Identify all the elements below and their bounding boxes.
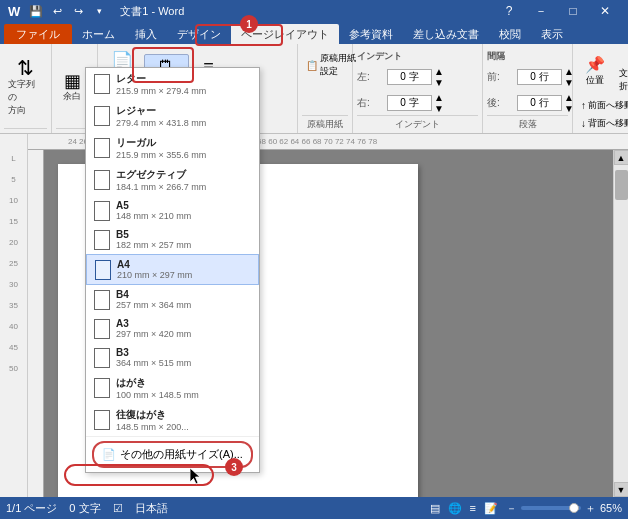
zoom-in-btn[interactable]: ＋ xyxy=(585,501,596,516)
scroll-thumb[interactable] xyxy=(615,170,628,200)
indent-group-label: インデント xyxy=(357,115,478,133)
dropdown-item-b3[interactable]: B3 364 mm × 515 mm xyxy=(86,343,259,372)
tab-review[interactable]: 校閲 xyxy=(489,24,531,44)
a3-paper-icon xyxy=(94,319,110,339)
indent-right-row: 右: ▲▼ xyxy=(357,91,444,115)
a5-paper-icon xyxy=(94,201,110,221)
word-count: 0 文字 xyxy=(69,501,100,516)
other-sizes-icon: 📄 xyxy=(102,448,116,461)
bring-forward-btn[interactable]: ↑ 前面へ移動 ▾ xyxy=(577,97,628,114)
indent-right-input[interactable] xyxy=(387,95,432,111)
ruler-vertical xyxy=(28,150,44,497)
margins-btn[interactable]: ▦ 余白 xyxy=(56,70,88,105)
ofuku-paper-icon xyxy=(94,410,110,430)
view-normal-icon[interactable]: ▤ xyxy=(430,502,440,515)
size-dropdown: レター 215.9 mm × 279.4 mm レジャー 279.4 mm × … xyxy=(85,67,260,473)
b5-paper-icon xyxy=(94,230,110,250)
tab-home[interactable]: ホーム xyxy=(72,24,125,44)
dropdown-item-leger[interactable]: レジャー 279.4 mm × 431.8 mm xyxy=(86,100,259,132)
language: 日本語 xyxy=(135,501,168,516)
send-backward-icon: ↓ xyxy=(581,118,586,129)
tab-references[interactable]: 参考資料 xyxy=(339,24,403,44)
customize-quick-btn[interactable]: ▾ xyxy=(90,2,108,20)
ribbon-group-arrange: 📌 位置 ⬚ 文字列の折り返し ↑ 前面へ移動 ▾ ↓ 背面へ移動 ▾ xyxy=(573,44,628,133)
zoom-out-btn[interactable]: － xyxy=(506,501,517,516)
help-btn[interactable]: ? xyxy=(494,1,524,21)
ribbon-group-text-direction: ⇅ 文字列の方向 xyxy=(0,44,52,133)
executive-paper-icon xyxy=(94,170,110,190)
tab-design[interactable]: デザイン xyxy=(167,24,231,44)
ribbon-group-spacing: 間隔 前: ▲▼ 後: ▲▼ 段落 xyxy=(483,44,573,133)
vertical-scrollbar[interactable]: ▲ ▼ xyxy=(613,150,628,497)
undo-quick-btn[interactable]: ↩ xyxy=(48,2,66,20)
annotation-1: 1 xyxy=(240,15,258,33)
dropdown-item-legal[interactable]: リーガル 215.9 mm × 355.6 mm xyxy=(86,132,259,164)
genkou-settings-btn[interactable]: 📋 原稿用紙設定 xyxy=(302,50,360,80)
tab-insert[interactable]: 挿入 xyxy=(125,24,167,44)
indent-right-arrow[interactable]: ▲▼ xyxy=(434,92,444,114)
position-icon: 📌 xyxy=(585,55,605,74)
legal-paper-icon xyxy=(94,138,110,158)
indent-left-arrow[interactable]: ▲▼ xyxy=(434,66,444,88)
scroll-track[interactable] xyxy=(614,165,628,482)
dropdown-item-letter[interactable]: レター 215.9 mm × 279.4 mm xyxy=(86,68,259,100)
margins-icon: ▦ xyxy=(64,72,81,90)
dropdown-item-ofuku-hagaki[interactable]: 往復はがき 148.5 mm × 200... xyxy=(86,404,259,436)
a4-paper-icon xyxy=(95,260,111,280)
spacing-after-input[interactable] xyxy=(517,95,562,111)
wrap-text-btn[interactable]: ⬚ 文字列の折り返し xyxy=(615,46,628,95)
send-backward-btn[interactable]: ↓ 背面へ移動 ▾ xyxy=(577,115,628,132)
other-sizes-label: その他の用紙サイズ(A)... xyxy=(120,447,243,462)
indent-label: インデント xyxy=(357,50,402,63)
ribbon-group-indent-spacing: インデント 左: ▲▼ 右: ▲▼ インデント xyxy=(353,44,483,133)
view-draft-icon[interactable]: 📝 xyxy=(484,502,498,515)
text-direction-icon: ⇅ xyxy=(17,58,34,78)
dropdown-item-executive[interactable]: エグゼクティブ 184.1 mm × 266.7 mm xyxy=(86,164,259,196)
view-web-icon[interactable]: 🌐 xyxy=(448,502,462,515)
dropdown-item-b4[interactable]: B4 257 mm × 364 mm xyxy=(86,285,259,314)
dropdown-item-b5[interactable]: B5 182 mm × 257 mm xyxy=(86,225,259,254)
title-text: 文書1 - Word xyxy=(120,4,184,19)
status-right: ▤ 🌐 ≡ 📝 － ＋ 65% xyxy=(430,501,622,516)
annotation-3: 3 xyxy=(225,458,243,476)
view-outline-icon[interactable]: ≡ xyxy=(470,502,476,514)
quick-access: W 💾 ↩ ↪ ▾ xyxy=(8,2,108,20)
dropdown-item-hagaki[interactable]: はがき 100 mm × 148.5 mm xyxy=(86,372,259,404)
tab-file[interactable]: ファイル xyxy=(4,24,72,44)
page-info: 1/1 ページ xyxy=(6,501,57,516)
letter-paper-icon xyxy=(94,74,110,94)
dropdown-item-a3[interactable]: A3 297 mm × 420 mm xyxy=(86,314,259,343)
scroll-up-btn[interactable]: ▲ xyxy=(614,150,629,165)
dropdown-item-a5[interactable]: A5 148 mm × 210 mm xyxy=(86,196,259,225)
spacing-after-row: 後: ▲▼ xyxy=(487,91,574,115)
zoom-track[interactable] xyxy=(521,506,581,510)
save-quick-btn[interactable]: 💾 xyxy=(27,2,45,20)
text-direction-btn[interactable]: ⇅ 文字列の方向 xyxy=(4,56,47,119)
status-left: 1/1 ページ 0 文字 ☑ 日本語 xyxy=(6,501,168,516)
title-bar: W 💾 ↩ ↪ ▾ 文書1 - Word ? － □ ✕ xyxy=(0,0,628,22)
minimize-btn[interactable]: － xyxy=(526,1,556,21)
restore-btn[interactable]: □ xyxy=(558,1,588,21)
position-btn[interactable]: 📌 位置 xyxy=(577,53,613,89)
redo-quick-btn[interactable]: ↪ xyxy=(69,2,87,20)
indent-left-input[interactable] xyxy=(387,69,432,85)
genkou-icon: 📋 xyxy=(306,60,318,71)
close-btn[interactable]: ✕ xyxy=(590,1,620,21)
tab-mailings[interactable]: 差し込み文書 xyxy=(403,24,489,44)
leger-paper-icon xyxy=(94,106,110,126)
ribbon-tabs: ファイル ホーム 挿入 デザイン ページレイアウト 参考資料 差し込み文書 校閲… xyxy=(0,22,628,44)
zoom-thumb[interactable] xyxy=(569,503,579,513)
spacing-before-row: 前: ▲▼ xyxy=(487,65,574,89)
left-ruler: L 5 10 15 20 25 30 35 40 45 50 xyxy=(0,134,28,497)
title-bar-left: W 💾 ↩ ↪ ▾ 文書1 - Word xyxy=(8,2,184,20)
dropdown-item-a4[interactable]: A4 210 mm × 297 mm xyxy=(86,254,259,285)
indent-left-row: 左: ▲▼ xyxy=(357,65,444,89)
hagaki-paper-icon xyxy=(94,378,110,398)
spacing-before-input[interactable] xyxy=(517,69,562,85)
scroll-down-btn[interactable]: ▼ xyxy=(614,482,629,497)
tab-view[interactable]: 表示 xyxy=(531,24,573,44)
zoom-control: － ＋ 65% xyxy=(506,501,622,516)
bring-forward-icon: ↑ xyxy=(581,100,586,111)
proofread-icon: ☑ xyxy=(113,502,123,515)
title-bar-controls: ? － □ ✕ xyxy=(494,1,620,21)
